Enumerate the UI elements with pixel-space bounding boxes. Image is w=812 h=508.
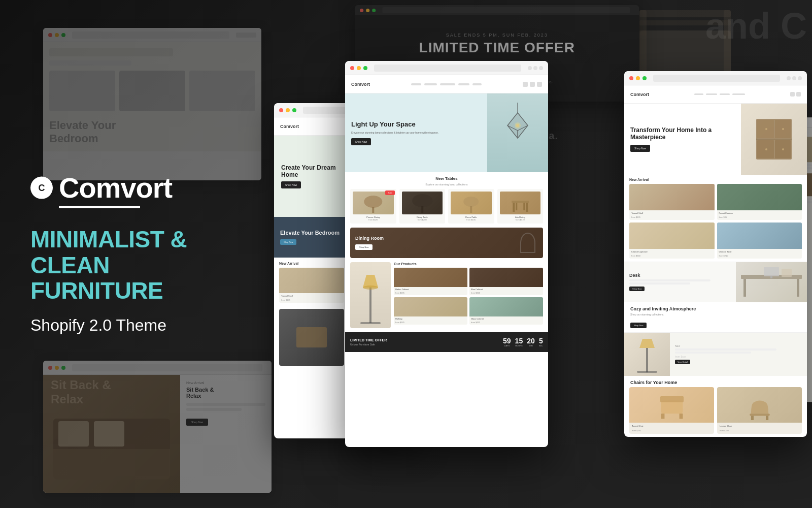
browser-dot-yellow: [55, 33, 59, 37]
product-hallway: Hallway from $185: [394, 297, 467, 325]
right-dot-red: [629, 76, 633, 80]
right-product-3: Chabot Cupboard from $340: [629, 223, 715, 259]
lamp-icon: [500, 103, 535, 164]
svg-rect-52: [661, 414, 664, 419]
bg-bottom-left-browser: New Arrival Sit Back &Relax Shop Now: [43, 361, 272, 493]
mid-dot-red: [279, 108, 283, 112]
right-hero-btn[interactable]: Shop Now: [630, 145, 650, 152]
svg-point-22: [463, 197, 479, 207]
table-product-2: Dining Table from $280: [399, 189, 446, 224]
product-cabinet-2: Elan Cabinet from $320: [469, 268, 543, 295]
right-dot-green: [642, 76, 647, 80]
mid-elevate-btn[interactable]: Shop Now: [280, 239, 296, 245]
main-address: [374, 65, 521, 72]
browser-address-bar-2: [72, 364, 262, 371]
mid-hero-btn[interactable]: Shop Now: [281, 181, 301, 188]
product-glass-cabinet: Glass Cabinet from $415: [469, 297, 543, 325]
svg-rect-26: [516, 203, 517, 210]
screenshots-area: Comvort Create Your Dream Home Shop Now: [284, 0, 812, 508]
right-product-1: Trassel Shelf from $195: [629, 184, 715, 220]
right-chairs-title: Chairs for Your Home: [624, 376, 807, 387]
svg-rect-47: [782, 269, 792, 277]
browser-dot-green: [61, 33, 65, 37]
right-cozy-title: Cozy and Inviting Atmosphere: [630, 306, 801, 311]
screenshots-container: Comvort Create Your Dream Home Shop Now: [284, 10, 812, 498]
svg-rect-27: [523, 203, 525, 210]
svg-rect-51: [660, 396, 683, 402]
svg-point-18: [364, 196, 382, 208]
svg-rect-30: [360, 322, 381, 324]
brand-logo: C Comvort: [30, 174, 259, 202]
svg-rect-23: [470, 206, 472, 213]
screenshot-right: Comvort Transform Your Home: [624, 71, 807, 437]
svg-point-31: [363, 285, 378, 290]
main-dot-yellow: [357, 66, 361, 70]
svg-rect-55: [751, 416, 753, 420]
brand-underline: [59, 206, 140, 208]
right-chair-2: Lounge Chair from $380: [717, 387, 802, 434]
mid-hero-title: Create Your Dream Home: [281, 164, 343, 179]
right-desk-title: Desk: [629, 273, 731, 278]
svg-rect-24: [512, 201, 529, 203]
table-product-4: Link Dining from $510: [497, 189, 544, 224]
mid-nav-logo: Comvort: [280, 124, 299, 129]
browser-dot-red-2: [48, 366, 52, 370]
main-banner-dining: Dining Room Shop Now: [355, 236, 384, 250]
badge-sale: Sale: [385, 190, 394, 195]
mid-dot-yellow: [286, 108, 290, 112]
right-dot-yellow: [636, 76, 640, 80]
svg-point-39: [782, 128, 784, 130]
bg-top-left-browser: Elevate Your Bedroom: [43, 28, 261, 180]
product-cabinet-1: Halton Cabinet from $295: [394, 268, 467, 295]
svg-rect-44: [797, 279, 799, 297]
right-nav-logo: Comvort: [630, 92, 649, 97]
main-banner-btn[interactable]: Shop Now: [355, 244, 373, 250]
svg-rect-48: [646, 348, 648, 372]
svg-point-38: [765, 128, 767, 130]
svg-rect-43: [743, 279, 746, 297]
screenshot-main: Comvort: [345, 61, 548, 447]
browser-address-bar: [72, 31, 229, 39]
svg-rect-19: [372, 207, 374, 213]
mid-elevate-title: Elevate Your Bedroom: [280, 230, 340, 236]
browser-dot-yellow-2: [55, 366, 59, 370]
main-hero-btn[interactable]: Shop Now: [351, 138, 371, 145]
svg-rect-21: [421, 206, 423, 213]
svg-rect-49: [637, 371, 657, 373]
brand-name: Comvort: [59, 174, 172, 202]
browser-dot-green-2: [61, 366, 65, 370]
svg-rect-54: [750, 414, 769, 416]
main-hero-title: Light Up Your Space: [351, 120, 481, 129]
main-countdown-title: LIMITED TIME OFFER: [350, 338, 387, 342]
mid-dot-green: [292, 108, 296, 112]
browser-dot-red: [48, 33, 52, 37]
right-address: [653, 75, 780, 82]
right-cozy-desc: Shop our stunning collections.: [630, 313, 801, 316]
main-dot-green: [363, 66, 367, 70]
main-dot-red: [350, 66, 354, 70]
tagline-main: MINIMALIST & CLEAN FURNITURE: [30, 227, 259, 304]
svg-rect-25: [513, 203, 515, 212]
svg-rect-53: [679, 414, 683, 419]
svg-rect-46: [770, 276, 772, 278]
main-nav-logo: Comvort: [351, 82, 370, 87]
table-product-3: Round Table from $195: [448, 189, 494, 224]
right-cozy-btn[interactable]: Shop Now: [630, 323, 647, 328]
right-product-4: Outdoor Table from $210: [717, 223, 802, 259]
main-countdown-sub: Unique Furniture Sale: [350, 343, 387, 346]
brand-icon: C: [30, 177, 53, 199]
tagline-sub: Shopify 2.0 Theme: [30, 315, 259, 334]
svg-point-17: [516, 124, 519, 127]
svg-rect-29: [369, 288, 371, 323]
svg-point-41: [782, 148, 784, 150]
svg-point-40: [765, 148, 767, 150]
main-tables-title: New Tables: [345, 172, 548, 183]
right-hero-title: Transform Your Home Into a Masterpiece: [630, 126, 735, 141]
main-hero-desc: Elevate our stunning lamp collections & …: [351, 131, 481, 135]
svg-rect-56: [766, 416, 768, 420]
main-our-products: Our Products: [394, 262, 543, 266]
svg-rect-45: [764, 267, 779, 276]
left-content-area: C Comvort MINIMALIST & CLEAN FURNITURE S…: [30, 174, 259, 335]
right-new-arrival: New Arrival: [629, 178, 802, 181]
right-chair-1: Accent Chair from $295: [629, 387, 714, 434]
